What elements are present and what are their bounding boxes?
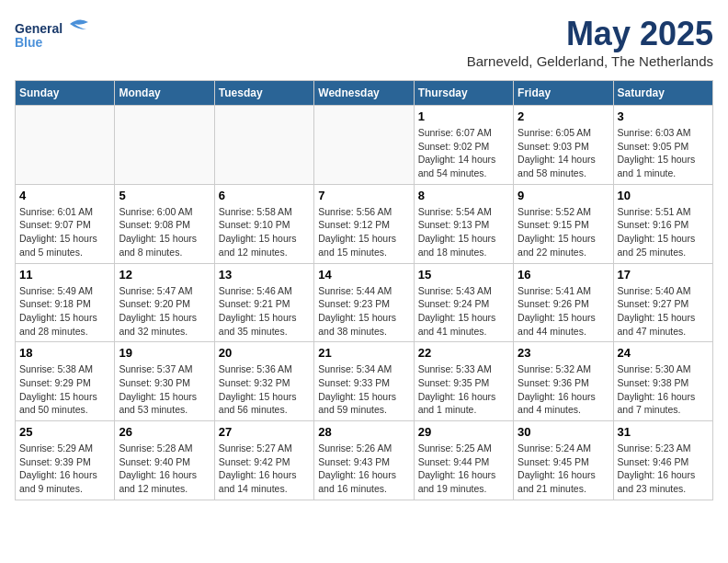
svg-text:Blue: Blue (15, 35, 43, 50)
calendar-cell: 14Sunrise: 5:44 AM Sunset: 9:23 PM Dayli… (314, 263, 414, 342)
logo: General Blue (15, 15, 107, 52)
calendar-cell: 2Sunrise: 6:05 AM Sunset: 9:03 PM Daylig… (514, 106, 613, 185)
calendar-cell: 12Sunrise: 5:47 AM Sunset: 9:20 PM Dayli… (115, 263, 214, 342)
day-info: Sunrise: 6:07 AM Sunset: 9:02 PM Dayligh… (418, 126, 509, 180)
day-number: 20 (219, 346, 310, 360)
day-info: Sunrise: 6:00 AM Sunset: 9:08 PM Dayligh… (119, 205, 210, 259)
calendar-cell: 27Sunrise: 5:27 AM Sunset: 9:42 PM Dayli… (214, 421, 313, 500)
day-info: Sunrise: 5:54 AM Sunset: 9:13 PM Dayligh… (418, 205, 509, 259)
calendar-cell: 1Sunrise: 6:07 AM Sunset: 9:02 PM Daylig… (414, 106, 513, 185)
calendar-cell: 10Sunrise: 5:51 AM Sunset: 9:16 PM Dayli… (613, 184, 712, 263)
calendar-cell: 11Sunrise: 5:49 AM Sunset: 9:18 PM Dayli… (16, 263, 115, 342)
day-info: Sunrise: 5:40 AM Sunset: 9:27 PM Dayligh… (618, 284, 709, 339)
logo-svg: General Blue (15, 15, 107, 52)
calendar-cell: 17Sunrise: 5:40 AM Sunset: 9:27 PM Dayli… (613, 263, 712, 342)
calendar-cell: 18Sunrise: 5:38 AM Sunset: 9:29 PM Dayli… (16, 342, 115, 421)
day-info: Sunrise: 5:49 AM Sunset: 9:18 PM Dayligh… (19, 284, 110, 339)
calendar-cell: 19Sunrise: 5:37 AM Sunset: 9:30 PM Dayli… (115, 342, 214, 421)
day-number: 25 (19, 425, 110, 439)
day-info: Sunrise: 6:05 AM Sunset: 9:03 PM Dayligh… (518, 126, 609, 180)
day-info: Sunrise: 5:23 AM Sunset: 9:46 PM Dayligh… (618, 442, 709, 496)
weekday-header-thursday: Thursday (414, 81, 513, 106)
calendar-cell: 23Sunrise: 5:32 AM Sunset: 9:36 PM Dayli… (514, 342, 613, 421)
weekday-header-sunday: Sunday (16, 81, 115, 106)
calendar-cell: 31Sunrise: 5:23 AM Sunset: 9:46 PM Dayli… (613, 421, 712, 500)
calendar-cell: 9Sunrise: 5:52 AM Sunset: 9:15 PM Daylig… (514, 184, 613, 263)
day-number: 13 (219, 268, 310, 282)
day-number: 17 (618, 268, 709, 282)
calendar-cell: 7Sunrise: 5:56 AM Sunset: 9:12 PM Daylig… (314, 184, 414, 263)
calendar-week-row-5: 25Sunrise: 5:29 AM Sunset: 9:39 PM Dayli… (16, 421, 713, 500)
day-info: Sunrise: 5:51 AM Sunset: 9:16 PM Dayligh… (618, 205, 709, 259)
day-number: 27 (219, 425, 310, 439)
day-info: Sunrise: 5:28 AM Sunset: 9:40 PM Dayligh… (119, 442, 210, 496)
calendar-cell: 21Sunrise: 5:34 AM Sunset: 9:33 PM Dayli… (314, 342, 414, 421)
month-title: May 2025 (467, 15, 713, 53)
day-info: Sunrise: 5:37 AM Sunset: 9:30 PM Dayligh… (119, 362, 210, 417)
day-number: 3 (618, 109, 709, 123)
location: Barneveld, Gelderland, The Netherlands (467, 53, 713, 69)
calendar-cell: 15Sunrise: 5:43 AM Sunset: 9:24 PM Dayli… (414, 263, 513, 342)
day-info: Sunrise: 5:24 AM Sunset: 9:45 PM Dayligh… (518, 442, 609, 496)
calendar-cell: 28Sunrise: 5:26 AM Sunset: 9:43 PM Dayli… (314, 421, 414, 500)
day-info: Sunrise: 5:46 AM Sunset: 9:21 PM Dayligh… (219, 284, 310, 339)
day-info: Sunrise: 5:56 AM Sunset: 9:12 PM Dayligh… (318, 205, 409, 259)
day-info: Sunrise: 5:44 AM Sunset: 9:23 PM Dayligh… (318, 284, 409, 339)
calendar-cell (16, 106, 115, 185)
calendar-cell: 4Sunrise: 6:01 AM Sunset: 9:07 PM Daylig… (16, 184, 115, 263)
day-number: 18 (19, 346, 110, 360)
day-number: 9 (518, 189, 609, 202)
calendar-cell: 6Sunrise: 5:58 AM Sunset: 9:10 PM Daylig… (214, 184, 313, 263)
calendar-cell: 20Sunrise: 5:36 AM Sunset: 9:32 PM Dayli… (214, 342, 313, 421)
day-number: 8 (418, 189, 509, 202)
day-info: Sunrise: 5:29 AM Sunset: 9:39 PM Dayligh… (19, 442, 110, 496)
day-info: Sunrise: 5:30 AM Sunset: 9:38 PM Dayligh… (618, 362, 709, 417)
day-info: Sunrise: 5:52 AM Sunset: 9:15 PM Dayligh… (518, 205, 609, 259)
calendar-cell: 22Sunrise: 5:33 AM Sunset: 9:35 PM Dayli… (414, 342, 513, 421)
calendar-week-row-1: 1Sunrise: 6:07 AM Sunset: 9:02 PM Daylig… (16, 106, 713, 185)
calendar-cell: 26Sunrise: 5:28 AM Sunset: 9:40 PM Dayli… (115, 421, 214, 500)
day-number: 29 (418, 425, 509, 439)
calendar-cell: 30Sunrise: 5:24 AM Sunset: 9:45 PM Dayli… (514, 421, 613, 500)
day-number: 24 (618, 346, 709, 360)
calendar-cell (314, 106, 414, 185)
day-info: Sunrise: 5:25 AM Sunset: 9:44 PM Dayligh… (418, 442, 509, 496)
page-header: General Blue May 2025 Barneveld, Gelderl… (15, 15, 713, 69)
day-number: 12 (119, 268, 210, 282)
calendar-cell (115, 106, 214, 185)
calendar-cell (214, 106, 313, 185)
day-info: Sunrise: 5:58 AM Sunset: 9:10 PM Dayligh… (219, 205, 310, 259)
weekday-header-tuesday: Tuesday (214, 81, 313, 106)
day-number: 11 (19, 268, 110, 282)
calendar-week-row-2: 4Sunrise: 6:01 AM Sunset: 9:07 PM Daylig… (16, 184, 713, 263)
weekday-header-saturday: Saturday (613, 81, 712, 106)
day-info: Sunrise: 5:32 AM Sunset: 9:36 PM Dayligh… (518, 362, 609, 417)
day-info: Sunrise: 5:43 AM Sunset: 9:24 PM Dayligh… (418, 284, 509, 339)
day-number: 16 (518, 268, 609, 282)
calendar-week-row-4: 18Sunrise: 5:38 AM Sunset: 9:29 PM Dayli… (16, 342, 713, 421)
day-number: 23 (518, 346, 609, 360)
day-number: 4 (19, 189, 110, 202)
calendar-cell: 25Sunrise: 5:29 AM Sunset: 9:39 PM Dayli… (16, 421, 115, 500)
day-info: Sunrise: 5:47 AM Sunset: 9:20 PM Dayligh… (119, 284, 210, 339)
weekday-header-monday: Monday (115, 81, 214, 106)
day-number: 31 (618, 425, 709, 439)
calendar-cell: 3Sunrise: 6:03 AM Sunset: 9:05 PM Daylig… (613, 106, 712, 185)
day-number: 21 (318, 346, 409, 360)
day-info: Sunrise: 5:38 AM Sunset: 9:29 PM Dayligh… (19, 362, 110, 417)
day-info: Sunrise: 5:41 AM Sunset: 9:26 PM Dayligh… (518, 284, 609, 339)
day-number: 22 (418, 346, 509, 360)
calendar-cell: 13Sunrise: 5:46 AM Sunset: 9:21 PM Dayli… (214, 263, 313, 342)
day-number: 10 (618, 189, 709, 202)
day-number: 2 (518, 109, 609, 123)
calendar-cell: 5Sunrise: 6:00 AM Sunset: 9:08 PM Daylig… (115, 184, 214, 263)
day-number: 26 (119, 425, 210, 439)
svg-text:General: General (15, 21, 63, 36)
day-number: 7 (318, 189, 409, 202)
weekday-header-wednesday: Wednesday (314, 81, 414, 106)
day-number: 30 (518, 425, 609, 439)
calendar-cell: 29Sunrise: 5:25 AM Sunset: 9:44 PM Dayli… (414, 421, 513, 500)
day-number: 1 (418, 109, 509, 123)
calendar-table: SundayMondayTuesdayWednesdayThursdayFrid… (15, 80, 713, 500)
day-number: 19 (119, 346, 210, 360)
